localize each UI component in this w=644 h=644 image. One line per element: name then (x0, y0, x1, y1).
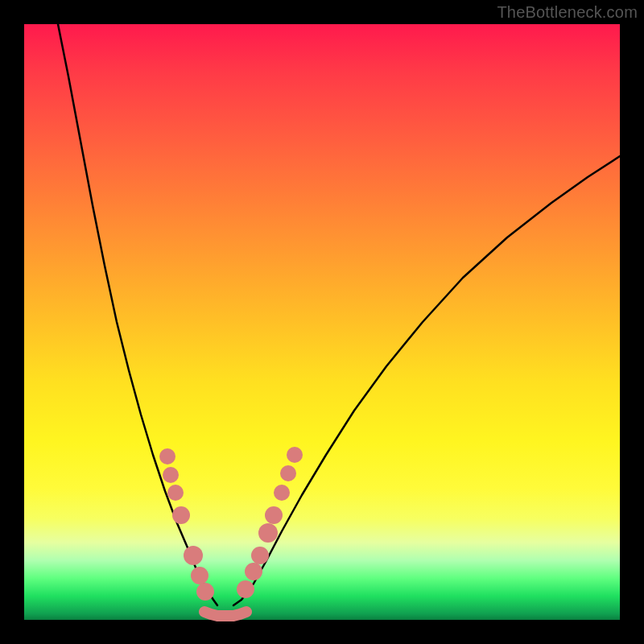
dot-right-2 (251, 547, 269, 564)
watermark-text: TheBottleneck.com (497, 3, 638, 22)
dot-left-4 (184, 546, 203, 565)
series-left-arm (58, 24, 217, 605)
dot-right-3 (258, 523, 278, 543)
series-right-arm (233, 156, 620, 605)
dot-left-5 (191, 567, 208, 584)
dot-right-7 (287, 447, 303, 463)
dot-right-4 (265, 506, 283, 524)
dot-left-0 (159, 448, 175, 464)
dot-left-3 (172, 506, 190, 524)
dot-left-6 (196, 583, 214, 601)
dot-right-0 (237, 580, 254, 598)
series-trough (204, 612, 246, 616)
dot-right-5 (274, 485, 290, 501)
dot-right-1 (245, 563, 262, 580)
dot-left-1 (163, 467, 179, 483)
dot-left-2 (167, 485, 184, 501)
chart-svg (24, 24, 620, 620)
curve-group (58, 24, 620, 616)
dot-group (159, 447, 303, 601)
dot-right-6 (280, 465, 296, 481)
